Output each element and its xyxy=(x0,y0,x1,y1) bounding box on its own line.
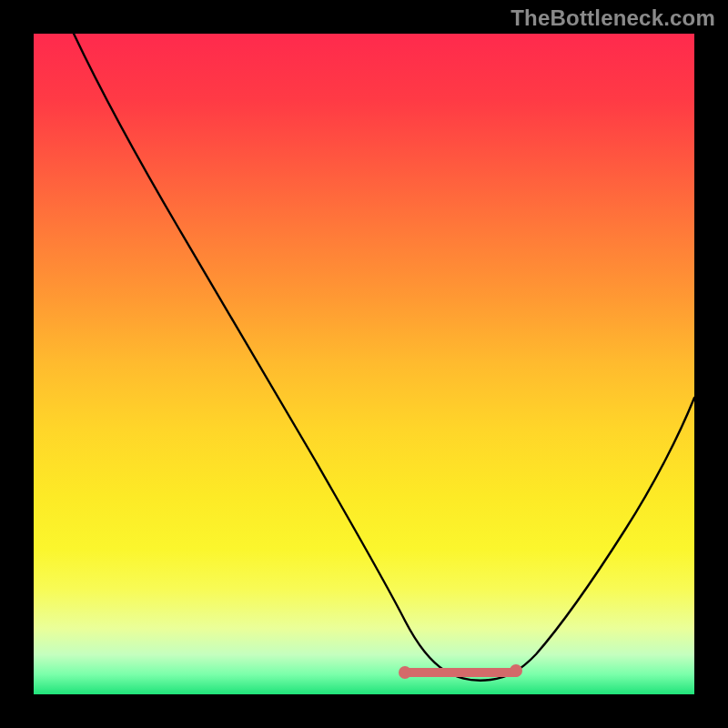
chart-frame: TheBottleneck.com xyxy=(0,0,728,728)
bottleneck-curve xyxy=(74,34,694,681)
plot-area xyxy=(34,34,694,694)
watermark-text: TheBottleneck.com xyxy=(511,5,715,31)
curve-layer xyxy=(34,34,694,694)
plateau-end-right xyxy=(510,664,522,677)
plateau-end-left xyxy=(399,666,411,679)
